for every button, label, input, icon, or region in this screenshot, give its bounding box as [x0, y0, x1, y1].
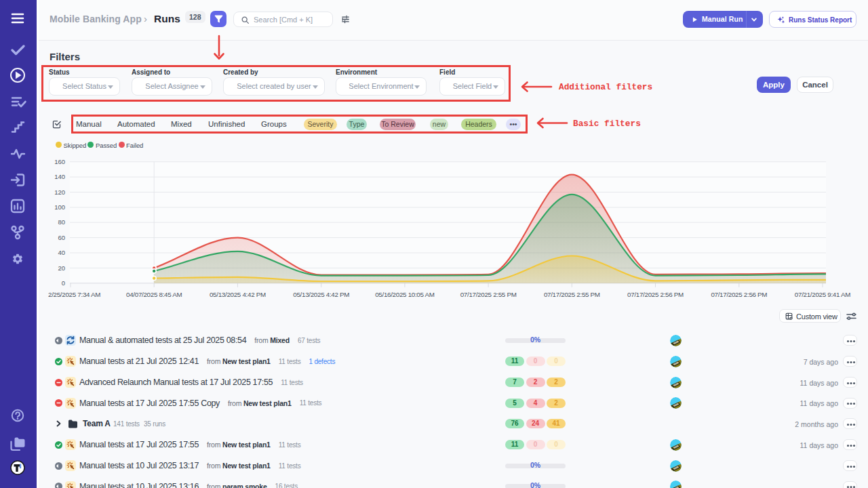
svg-text:40: 40	[58, 249, 65, 256]
svg-text:80: 80	[58, 218, 65, 226]
svg-text:140: 140	[54, 173, 65, 180]
svg-text:160: 160	[54, 158, 65, 165]
svg-text:20: 20	[58, 264, 65, 272]
svg-text:120: 120	[54, 188, 65, 196]
svg-text:05/13/2025 4:42 PM: 05/13/2025 4:42 PM	[210, 291, 266, 298]
svg-text:05/13/2025 4:42 PM: 05/13/2025 4:42 PM	[293, 291, 349, 298]
svg-text:07/21/2025 9:41 AM: 07/21/2025 9:41 AM	[795, 291, 850, 298]
svg-text:100: 100	[54, 203, 65, 211]
svg-text:60: 60	[58, 234, 65, 241]
svg-text:04/07/2025 8:45 AM: 04/07/2025 8:45 AM	[126, 291, 182, 298]
svg-text:07/17/2025 2:56 PM: 07/17/2025 2:56 PM	[711, 291, 767, 298]
svg-text:07/17/2025 2:55 PM: 07/17/2025 2:55 PM	[460, 291, 517, 298]
svg-text:07/17/2025 2:55 PM: 07/17/2025 2:55 PM	[544, 291, 600, 298]
svg-text:07/17/2025 2:56 PM: 07/17/2025 2:56 PM	[627, 291, 684, 298]
svg-text:05/16/2025 10:05 AM: 05/16/2025 10:05 AM	[375, 291, 435, 298]
svg-text:2/25/2025 7:34 AM: 2/25/2025 7:34 AM	[48, 291, 100, 298]
svg-text:0: 0	[62, 279, 65, 287]
